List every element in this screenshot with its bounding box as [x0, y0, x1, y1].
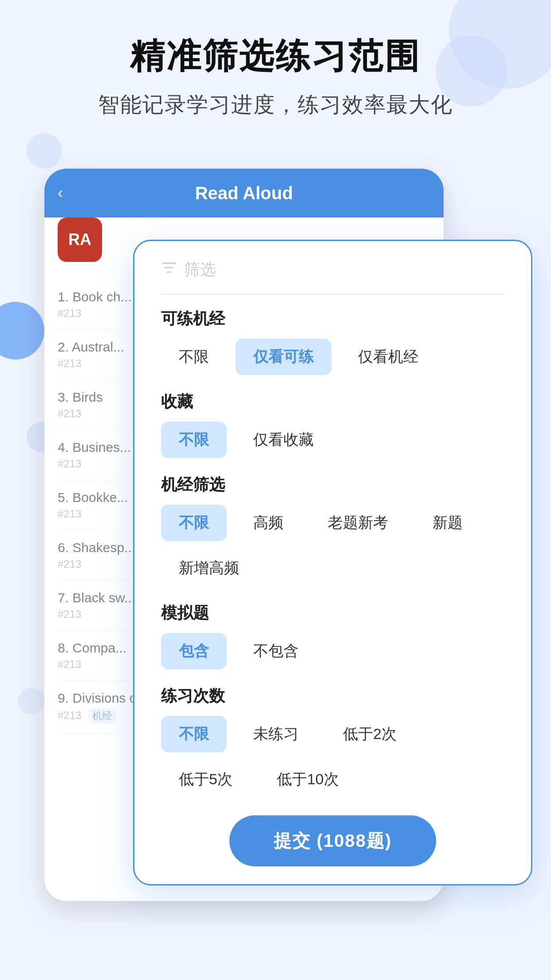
- filter-btn-buxian-jijing[interactable]: 不限: [161, 505, 227, 541]
- filter-options-shoucang: 不限 仅看收藏: [161, 422, 504, 458]
- filter-btn-xinti[interactable]: 新题: [415, 505, 480, 541]
- filter-header: 筛选: [161, 259, 504, 295]
- filter-icon: [161, 260, 177, 280]
- filter-options-jijing: 不限 高频 老题新考 新题 新增高频: [161, 505, 504, 586]
- filter-section-jijing: 机经筛选 不限 高频 老题新考 新题 新增高频: [161, 474, 504, 586]
- filter-btn-dyyu2ci[interactable]: 低于2次: [325, 716, 414, 752]
- filter-btn-buxian-lianxi[interactable]: 不限: [161, 716, 227, 752]
- jijing-badge: 机经: [88, 708, 116, 723]
- filter-btn-dyyu10ci[interactable]: 低于10次: [259, 761, 357, 798]
- filter-btn-gaopin[interactable]: 高频: [236, 505, 301, 541]
- sub-title: 智能记录学习进度，练习效率最大化: [27, 91, 524, 119]
- filter-btn-xinzenggaopin[interactable]: 新增高频: [161, 550, 257, 586]
- submit-button[interactable]: 提交 (1088题): [229, 815, 437, 866]
- filter-btn-bubauhan[interactable]: 不包含: [236, 633, 316, 669]
- section-title-lianxi: 练习次数: [161, 685, 504, 707]
- filter-btn-jikanlianxi[interactable]: 仅看可练: [236, 339, 331, 375]
- filter-modal: 筛选 可练机经 不限 仅看可练 仅看机经 收藏 不限 仅看收藏 机经筛选 不限 …: [133, 240, 532, 885]
- bg-decoration-circle-4: [0, 302, 44, 360]
- back-button[interactable]: ‹: [58, 184, 63, 202]
- filter-options-kexun: 不限 仅看可练 仅看机经: [161, 339, 504, 375]
- bg-decoration-circle-6: [18, 688, 44, 715]
- filter-section-shoucang: 收藏 不限 仅看收藏: [161, 391, 504, 458]
- section-title-moni: 模拟题: [161, 602, 504, 624]
- main-title: 精准筛选练习范围: [27, 36, 524, 77]
- filter-btn-buxian-kexun[interactable]: 不限: [161, 339, 227, 375]
- submit-button-wrap: 提交 (1088题): [161, 815, 504, 866]
- filter-options-lianxi: 不限 未练习 低于2次 低于5次 低于10次: [161, 716, 504, 798]
- filter-btn-buxian-shoucang[interactable]: 不限: [161, 422, 227, 458]
- app-title: Read Aloud: [195, 183, 293, 203]
- filter-btn-weilianxi[interactable]: 未练习: [236, 716, 316, 752]
- section-title-jijing: 机经筛选: [161, 474, 504, 496]
- filter-btn-laotixinkao[interactable]: 老题新考: [310, 505, 406, 541]
- filter-section-moni: 模拟题 包含 不包含: [161, 602, 504, 669]
- ra-badge: RA: [58, 217, 102, 262]
- filter-section-lianxi: 练习次数 不限 未练习 低于2次 低于5次 低于10次: [161, 685, 504, 798]
- filter-title-label: 筛选: [184, 259, 216, 281]
- filter-section-kexun: 可练机经 不限 仅看可练 仅看机经: [161, 308, 504, 375]
- filter-btn-jikanshoucang[interactable]: 仅看收藏: [236, 422, 331, 458]
- filter-options-moni: 包含 不包含: [161, 633, 504, 669]
- filter-btn-bauhan[interactable]: 包含: [161, 633, 227, 669]
- section-title-kexun: 可练机经: [161, 308, 504, 330]
- app-mockup: ‹ Read Aloud RA 1. Book ch... #213 2. Au…: [44, 160, 507, 953]
- filter-btn-dyyu5ci[interactable]: 低于5次: [161, 761, 250, 798]
- app-header: ‹ Read Aloud: [44, 169, 444, 217]
- filter-btn-jikanjiching[interactable]: 仅看机经: [340, 339, 436, 375]
- section-title-shoucang: 收藏: [161, 391, 504, 413]
- top-section: 精准筛选练习范围 智能记录学习进度，练习效率最大化: [0, 36, 551, 119]
